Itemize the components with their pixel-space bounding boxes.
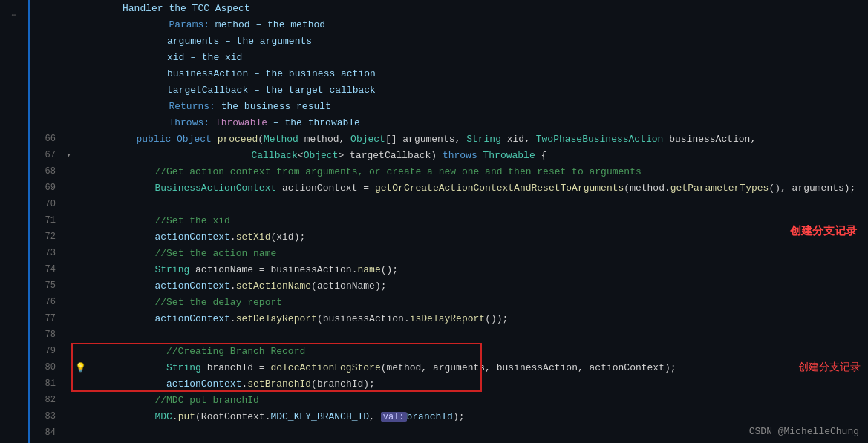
line-num: 82 bbox=[30, 395, 63, 405]
doc-text: xid – the xid bbox=[167, 52, 242, 63]
left-gutter: ✏️ bbox=[0, 0, 30, 443]
line-num: 69 bbox=[30, 183, 63, 193]
line-num: 76 bbox=[30, 297, 63, 307]
doc-text: arguments – the arguments bbox=[167, 36, 312, 47]
doc-line: Params: method – the method bbox=[30, 16, 868, 33]
watermark: CSDN @MichelleChung bbox=[749, 426, 859, 437]
editor-container: ✏️ Handler the TCC Aspect Params: method… bbox=[0, 0, 868, 443]
code-line-77: 77 actionContext.setDelayReport(business… bbox=[30, 310, 868, 326]
line-num: 70 bbox=[30, 199, 63, 209]
line-num: 71 bbox=[30, 215, 63, 226]
line-num: 84 bbox=[30, 427, 63, 438]
line-num: 83 bbox=[30, 411, 63, 421]
chinese-label-display: 创建分支记录 bbox=[790, 224, 857, 238]
code-line-83: 83 MDC.put(RootContext.MDC_KEY_BRANCH_ID… bbox=[30, 408, 868, 424]
line-num: 81 bbox=[30, 378, 63, 389]
doc-line: xid – the xid bbox=[30, 49, 868, 65]
line-num: 77 bbox=[30, 313, 63, 324]
fold-arrow: ▾ bbox=[63, 151, 74, 160]
doc-text: businessAction – the business action bbox=[167, 68, 376, 79]
line-num: 79 bbox=[30, 346, 63, 356]
line-num: 78 bbox=[30, 329, 63, 340]
code-line-84: 84 bbox=[30, 424, 868, 441]
line-indicator-bulb: 💡 bbox=[74, 362, 86, 373]
line-num: 73 bbox=[30, 248, 63, 258]
edit-icon: ✏️ bbox=[0, 6, 29, 22]
line-num: 75 bbox=[30, 280, 63, 291]
code-line-69: 69 BusinessActionContext actionContext =… bbox=[30, 180, 868, 196]
val-badge: val: bbox=[381, 412, 407, 422]
line-num: 72 bbox=[30, 232, 63, 242]
code-area[interactable]: Handler the TCC Aspect Params: method – … bbox=[30, 0, 868, 443]
doc-line: businessAction – the business action bbox=[30, 65, 868, 82]
line-num: 80 bbox=[30, 362, 63, 373]
line-num: 68 bbox=[30, 166, 63, 177]
line-num: 66 bbox=[30, 134, 63, 144]
line-num: 67 bbox=[30, 150, 63, 160]
line-num: 74 bbox=[30, 264, 63, 275]
